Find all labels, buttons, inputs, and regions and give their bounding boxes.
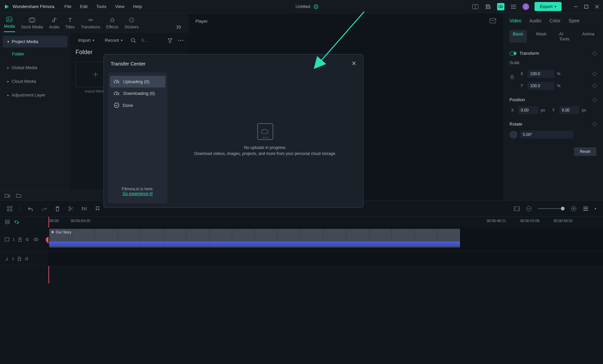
tab-done[interactable]: Done [110, 99, 165, 111]
modal-header: Transfer Center ✕ [104, 54, 363, 72]
empty-state-text: No uploads in progress. Download videos,… [194, 145, 336, 157]
modal-body: Uploading (0) Downloading (0) Done Filmo… [104, 72, 363, 207]
modal-sidebar: Uploading (0) Downloading (0) Done Filmo… [108, 72, 167, 203]
download-cloud-icon [114, 91, 120, 96]
check-circle-icon [114, 103, 119, 108]
tab-uploading[interactable]: Uploading (0) [110, 76, 165, 87]
modal-sidebar-footer: Filmora.io is here. Go experience it! [110, 183, 165, 200]
filmora-io-text: Filmora.io is here. [114, 187, 161, 191]
modal-overlay: Transfer Center ✕ Uploading (0) Download… [0, 0, 603, 364]
modal-main: No uploads in progress. Download videos,… [167, 72, 363, 207]
modal-title: Transfer Center [111, 61, 145, 66]
play-icon [51, 230, 54, 234]
cloud-icon [261, 128, 270, 135]
upload-cloud-icon [114, 79, 120, 84]
close-icon[interactable]: ✕ [351, 60, 356, 67]
svg-point-53 [114, 103, 119, 108]
tab-downloading[interactable]: Downloading (0) [110, 87, 165, 99]
go-experience-link[interactable]: Go experience it! [123, 191, 153, 196]
transfer-center-modal: Transfer Center ✕ Uploading (0) Download… [104, 54, 363, 208]
clip-label: Our Story [51, 230, 71, 234]
empty-state-icon [257, 123, 273, 140]
